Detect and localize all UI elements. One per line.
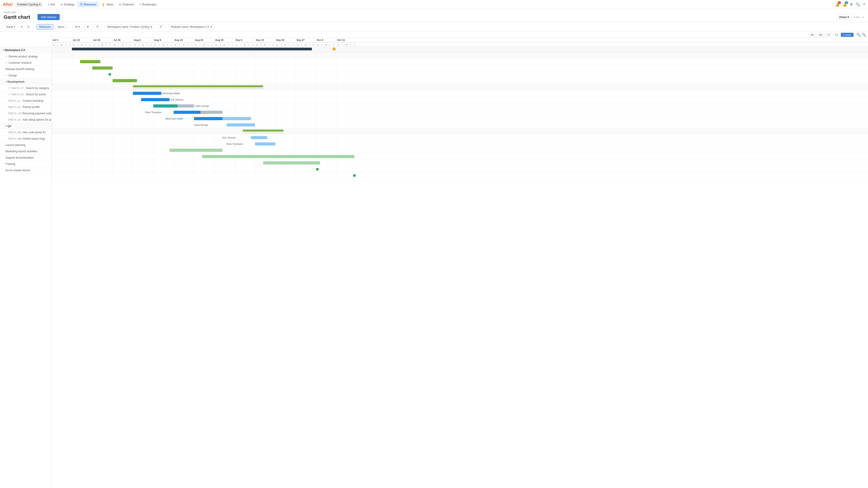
redo-button[interactable]: ↻ bbox=[26, 24, 31, 29]
day-col: T bbox=[137, 43, 141, 46]
day-col: W bbox=[141, 43, 145, 46]
nav-item-releases-label: Releases bbox=[84, 3, 96, 6]
6m-button[interactable]: 6M bbox=[817, 33, 824, 37]
sidebar-item-marketing[interactable]: Marketing launch activities bbox=[0, 148, 51, 155]
workspace-selector[interactable]: Workspace name: Fredwin Cycling ▾ bbox=[105, 24, 154, 30]
top-nav: Aha! Fredwin Cycling ▾ ℹ Info ◈ Strategy… bbox=[0, 0, 868, 9]
views-button[interactable]: Views ▾ bbox=[836, 14, 851, 20]
nav-item-info[interactable]: ℹ Info bbox=[45, 1, 58, 7]
release-selector[interactable]: Release name: Marketplace 2.0 ▾ bbox=[168, 24, 214, 30]
sidebar-item-development[interactable]: ▾ Development bbox=[0, 78, 51, 85]
day-col: T bbox=[320, 43, 324, 46]
sidebar-item-customer[interactable]: ✓ Customer research bbox=[0, 60, 51, 66]
feature-id: FWCYL-16 bbox=[11, 93, 25, 96]
sidebar-item-design[interactable]: ✓ Design bbox=[0, 72, 51, 78]
epics-filter-button[interactable]: Epics bbox=[55, 24, 67, 30]
week-col: Jul 19 bbox=[92, 38, 113, 42]
sidebar-item-kickoff[interactable]: Release kickoff meeting bbox=[0, 66, 51, 72]
week-col: Oct 4 bbox=[316, 38, 336, 42]
custom-button[interactable]: Custom bbox=[841, 33, 854, 37]
week-col: Aug 16 bbox=[174, 38, 194, 42]
gantt-bar bbox=[255, 142, 275, 145]
gantt-data-row: Rose Thompson bbox=[52, 141, 868, 147]
day-col: W bbox=[304, 43, 308, 46]
week-col: Aug 23 bbox=[194, 38, 214, 42]
fit-button[interactable]: Fit bbox=[833, 33, 840, 37]
day-col: T bbox=[64, 43, 68, 46]
sidebar-item-gtm[interactable]: Go-to-market launch bbox=[0, 167, 51, 173]
day-col: F bbox=[352, 43, 357, 46]
share-icon[interactable]: ⤤ bbox=[862, 15, 864, 19]
workspace-clock-button[interactable]: ⏱ bbox=[94, 24, 101, 30]
nav-item-ideas[interactable]: 💡 Ideas bbox=[99, 1, 116, 7]
sidebar-header-spacer bbox=[0, 32, 51, 47]
nav-item-releases[interactable]: ☷ Releases bbox=[77, 1, 99, 7]
day-col: T bbox=[247, 43, 251, 46]
sidebar-item-marketplace20[interactable]: ▾ Marketplace 2.0 bbox=[0, 47, 51, 53]
day-col: M bbox=[316, 43, 320, 46]
undo-button[interactable]: ↺ bbox=[19, 24, 24, 29]
gantt-bar-label: Claire George bbox=[194, 124, 208, 126]
sidebar-item-fwcyl461[interactable]: FWCYL-461 Hex code picker fix bbox=[0, 129, 51, 135]
day-col: M bbox=[235, 43, 239, 46]
day-col: W bbox=[222, 43, 226, 46]
gantt-group-row bbox=[52, 52, 868, 59]
gantt-bar-label: Claire George bbox=[195, 105, 209, 107]
gantt-area[interactable]: 3M 6M 1Y Fit Custom 🔍 🔍 Jul 5Jul 12Jul 1… bbox=[52, 32, 868, 488]
filter-button[interactable]: ▼ bbox=[84, 24, 92, 30]
sidebar-item-launch[interactable]: Launch planning bbox=[0, 142, 51, 148]
page-header: Gantt chart Gantt chart ☆ Add release Vi… bbox=[0, 9, 868, 22]
day-col: F bbox=[88, 43, 92, 46]
display-settings-button[interactable]: ⚙ ▾ bbox=[72, 24, 82, 30]
notification-bell[interactable]: 🔔1 bbox=[835, 2, 840, 6]
1y-button[interactable]: 1Y bbox=[825, 33, 832, 37]
zoom-in-icon[interactable]: 🔍 bbox=[862, 33, 866, 37]
workspace-dropdown[interactable]: Fredwin Cycling ▾ bbox=[16, 2, 42, 7]
day-col: M bbox=[296, 43, 300, 46]
day-col: T bbox=[157, 43, 161, 46]
notification-badge: 1 bbox=[838, 1, 841, 4]
toolbar: Gantt ▾ ↺ ↻ Releases Epics ⚙ ▾ ▼ ⏱ Works… bbox=[0, 22, 868, 32]
sidebar-item-fwcyl11[interactable]: FWCYL-11 Custom branding bbox=[0, 98, 51, 104]
gantt-data-row: Claire George bbox=[52, 122, 868, 128]
sidebar-item-fwcyl10[interactable]: FWCYL-10 Add rating options for partn... bbox=[0, 117, 51, 123]
gtm-label: Go-to-market launch bbox=[5, 169, 30, 172]
sidebar-item-fwcyl16[interactable]: ✓ FWCYL-16 Search by brand bbox=[0, 91, 51, 98]
release-clock-button[interactable]: ⏱ bbox=[157, 24, 165, 30]
gantt-view-button[interactable]: Gantt ▾ bbox=[4, 24, 18, 30]
add-icon[interactable]: + bbox=[863, 2, 865, 7]
feature-id: FWCYL-10 bbox=[8, 119, 22, 121]
sidebar-item-fwcyl17[interactable]: ✓ FWCYL-17 Search by category bbox=[0, 85, 51, 91]
day-col: T bbox=[186, 43, 190, 46]
gantt-bar bbox=[153, 104, 178, 107]
sidebar-item-support[interactable]: Support documentation bbox=[0, 155, 51, 161]
day-col: M bbox=[336, 43, 340, 46]
gantt-bar bbox=[174, 111, 200, 114]
search-icon[interactable]: 🔍 bbox=[856, 2, 860, 6]
zoom-out-icon[interactable]: 🔍 bbox=[856, 33, 861, 37]
nav-item-roadmaps[interactable]: ≡ Roadmaps bbox=[137, 1, 159, 7]
sidebar-item-qa[interactable]: ▾ QA bbox=[0, 123, 51, 129]
sidebar-item-review[interactable]: ✓ Review product strategy bbox=[0, 53, 51, 60]
3m-button[interactable]: 3M bbox=[808, 33, 816, 37]
add-release-button[interactable]: Add release bbox=[37, 14, 59, 20]
sidebar-item-fwcyl15[interactable]: FWCYL-15 Partner profile bbox=[0, 104, 51, 110]
updates-bell[interactable]: 🔔1 bbox=[842, 2, 847, 6]
sidebar-item-training[interactable]: Training bbox=[0, 161, 51, 167]
releases-filter-button[interactable]: Releases bbox=[37, 24, 53, 30]
sidebar-item-fwcyl460[interactable]: FWCYL-460 Global search bug bbox=[0, 135, 51, 142]
nav-item-strategy[interactable]: ◈ Strategy bbox=[58, 1, 77, 7]
nav-item-ideas-label: Ideas bbox=[106, 3, 114, 6]
gantt-scroll-container[interactable]: Jul 5Jul 12Jul 19Jul 26Aug 2Aug 9Aug 16A… bbox=[52, 38, 868, 179]
favorite-star-icon[interactable]: ☆ bbox=[32, 15, 35, 19]
day-col: W bbox=[324, 43, 328, 46]
gantt-inner: Jul 5Jul 12Jul 19Jul 26Aug 2Aug 9Aug 16A… bbox=[52, 38, 868, 179]
day-col: T bbox=[267, 43, 271, 46]
save-button[interactable]: Save bbox=[853, 15, 860, 19]
day-col: M bbox=[194, 43, 198, 46]
gantt-row-content bbox=[52, 166, 357, 172]
settings-icon[interactable]: ⚙ bbox=[850, 2, 853, 6]
day-col: W bbox=[283, 43, 287, 46]
sidebar-item-fwcyl120[interactable]: FWCYL-120 Recurring payment subscri... bbox=[0, 110, 51, 117]
nav-item-features[interactable]: ⊞ Features bbox=[116, 1, 136, 7]
